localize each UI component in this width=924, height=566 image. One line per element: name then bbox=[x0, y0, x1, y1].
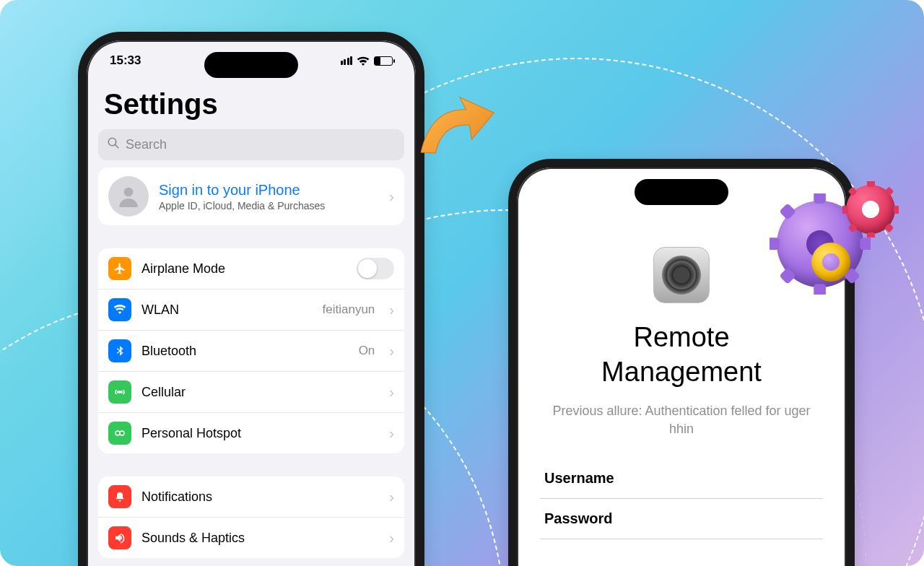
settings-group-alerts: Notifications›Sounds & Haptics› bbox=[98, 476, 404, 558]
svg-point-5 bbox=[120, 431, 124, 435]
cellular-icon bbox=[108, 380, 131, 404]
yellow-ring-icon bbox=[811, 243, 850, 282]
signin-card[interactable]: Sign in to your iPhone Apple ID, iCloud,… bbox=[98, 167, 404, 225]
settings-row-airplane-mode[interactable]: Airplane Mode bbox=[98, 248, 404, 289]
arrow-icon bbox=[407, 85, 502, 162]
remote-management-message: Previous allure: Authentication felled f… bbox=[546, 402, 817, 438]
setting-label: WLAN bbox=[141, 302, 179, 318]
settings-row-sounds-haptics[interactable]: Sounds & Haptics› bbox=[98, 518, 404, 558]
username-field[interactable]: Username bbox=[540, 458, 823, 499]
sounds-icon bbox=[108, 526, 131, 549]
illustration-canvas: 15:33 Settings Search Sign i bbox=[0, 0, 924, 566]
svg-rect-6 bbox=[814, 193, 827, 204]
svg-rect-20 bbox=[847, 223, 857, 232]
search-placeholder: Search bbox=[126, 137, 167, 152]
chevron-right-icon: › bbox=[389, 343, 394, 360]
chevron-right-icon: › bbox=[389, 489, 394, 505]
chevron-right-icon: › bbox=[389, 384, 394, 401]
remote-management-title: Remote Management bbox=[540, 321, 823, 389]
hotspot-icon bbox=[108, 422, 131, 445]
phone-settings: 15:33 Settings Search Sign i bbox=[78, 32, 424, 566]
svg-line-1 bbox=[116, 145, 118, 148]
page-title: Settings bbox=[87, 72, 416, 129]
svg-rect-18 bbox=[847, 186, 857, 196]
dynamic-island bbox=[204, 52, 298, 78]
setting-label: Personal Hotspot bbox=[141, 426, 241, 441]
setting-label: Bluetooth bbox=[141, 344, 196, 359]
signal-icon bbox=[341, 56, 353, 65]
svg-point-3 bbox=[119, 391, 121, 393]
setting-label: Cellular bbox=[141, 385, 186, 400]
setting-label: Airplane Mode bbox=[141, 261, 225, 277]
battery-icon bbox=[374, 56, 393, 66]
svg-rect-9 bbox=[860, 238, 871, 251]
settings-row-wlan[interactable]: WLANfeitianyun› bbox=[98, 289, 404, 331]
status-time: 15:33 bbox=[110, 53, 141, 68]
chevron-right-icon: › bbox=[389, 425, 394, 442]
search-input[interactable]: Search bbox=[98, 129, 404, 160]
setting-label: Notifications bbox=[141, 489, 212, 505]
setting-value: On bbox=[359, 344, 375, 358]
toggle-switch[interactable] bbox=[357, 258, 394, 279]
svg-rect-21 bbox=[884, 223, 894, 232]
signin-title: Sign in to your iPhone bbox=[159, 182, 325, 199]
setting-label: Sounds & Haptics bbox=[141, 531, 245, 546]
settings-row-personal-hotspot[interactable]: Personal Hotspot› bbox=[98, 413, 404, 453]
svg-rect-14 bbox=[866, 181, 874, 187]
avatar-placeholder-icon bbox=[108, 176, 149, 217]
svg-point-2 bbox=[124, 188, 134, 197]
svg-rect-17 bbox=[894, 205, 899, 213]
wifi-icon bbox=[108, 298, 131, 321]
gear-cluster-decoration bbox=[777, 185, 899, 308]
signin-subtitle: Apple ID, iCloud, Media & Purchases bbox=[159, 200, 325, 212]
setting-value: feitianyun bbox=[323, 302, 375, 317]
chevron-right-icon: › bbox=[389, 530, 394, 547]
red-gear-icon bbox=[846, 185, 895, 234]
wifi-status-icon bbox=[357, 56, 370, 66]
password-field[interactable]: Password bbox=[540, 499, 823, 539]
svg-rect-19 bbox=[884, 186, 894, 196]
dynamic-island bbox=[635, 179, 728, 205]
svg-rect-7 bbox=[814, 284, 827, 295]
notifications-icon bbox=[108, 485, 131, 508]
svg-rect-12 bbox=[780, 268, 797, 285]
settings-row-bluetooth[interactable]: BluetoothOn› bbox=[98, 331, 404, 372]
airplane-icon bbox=[108, 257, 131, 280]
settings-row-notifications[interactable]: Notifications› bbox=[98, 476, 404, 518]
svg-point-4 bbox=[116, 431, 120, 435]
search-icon bbox=[107, 136, 120, 153]
chevron-right-icon: › bbox=[389, 302, 394, 318]
bluetooth-icon bbox=[108, 339, 131, 362]
svg-rect-10 bbox=[780, 204, 797, 221]
svg-rect-15 bbox=[866, 232, 874, 238]
chevron-right-icon: › bbox=[389, 188, 394, 205]
settings-app-icon bbox=[653, 247, 710, 303]
svg-rect-8 bbox=[770, 238, 780, 251]
settings-row-cellular[interactable]: Cellular› bbox=[98, 372, 404, 413]
svg-rect-16 bbox=[842, 205, 848, 213]
settings-group-connectivity: Airplane ModeWLANfeitianyun›BluetoothOn›… bbox=[98, 248, 404, 453]
